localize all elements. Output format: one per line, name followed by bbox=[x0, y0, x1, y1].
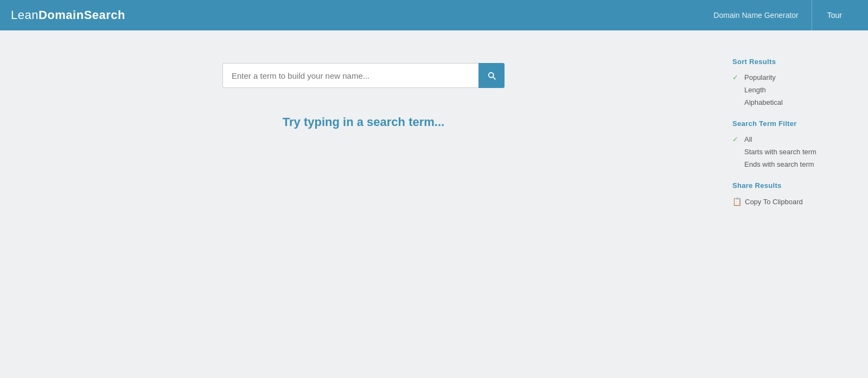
search-input[interactable] bbox=[222, 63, 478, 88]
sort-option-length-label: Length bbox=[744, 86, 766, 94]
prompt-text: Try typing in a search term... bbox=[283, 115, 444, 129]
clipboard-icon: 📋 bbox=[732, 197, 742, 206]
filter-option-ends-label: Ends with search term bbox=[744, 160, 814, 168]
sort-option-alphabetical[interactable]: Alphabetical bbox=[732, 96, 857, 109]
search-container bbox=[222, 63, 505, 88]
logo-lean: Lean bbox=[11, 8, 39, 22]
search-button[interactable] bbox=[478, 63, 505, 88]
sort-option-length[interactable]: Length bbox=[732, 84, 857, 96]
filter-option-all[interactable]: ✓ All bbox=[732, 133, 857, 146]
filter-option-starts-label: Starts with search term bbox=[744, 148, 816, 156]
filter-option-ends[interactable]: Ends with search term bbox=[732, 158, 857, 171]
main-layout: Try typing in a search term... Sort Resu… bbox=[0, 30, 868, 208]
sort-results-title: Sort Results bbox=[732, 58, 857, 66]
sort-option-popularity[interactable]: ✓ Popularity bbox=[732, 71, 857, 84]
copy-clipboard-label: Copy To Clipboard bbox=[745, 198, 803, 206]
sidebar: Sort Results ✓ Popularity Length Alphabe… bbox=[727, 58, 868, 208]
tour-button[interactable]: Tour bbox=[812, 0, 857, 30]
search-term-filter-title: Search Term Filter bbox=[732, 119, 857, 128]
share-results-title: Share Results bbox=[732, 181, 857, 190]
sort-option-popularity-label: Popularity bbox=[744, 73, 776, 81]
logo: LeanDomainSearch bbox=[11, 8, 125, 22]
search-icon bbox=[487, 71, 496, 80]
check-icon-popularity: ✓ bbox=[732, 73, 741, 81]
filter-option-all-label: All bbox=[744, 135, 752, 143]
header: LeanDomainSearch Domain Name Generator T… bbox=[0, 0, 868, 30]
filter-option-starts[interactable]: Starts with search term bbox=[732, 146, 857, 158]
copy-clipboard-button[interactable]: 📋 Copy To Clipboard bbox=[732, 195, 857, 208]
check-icon-all: ✓ bbox=[732, 135, 741, 143]
domain-name-generator-link[interactable]: Domain Name Generator bbox=[700, 0, 811, 30]
header-nav: Domain Name Generator Tour bbox=[700, 0, 857, 30]
content-area: Try typing in a search term... bbox=[0, 63, 727, 208]
logo-domain: DomainSearch bbox=[39, 8, 125, 22]
sort-option-alphabetical-label: Alphabetical bbox=[744, 98, 783, 106]
